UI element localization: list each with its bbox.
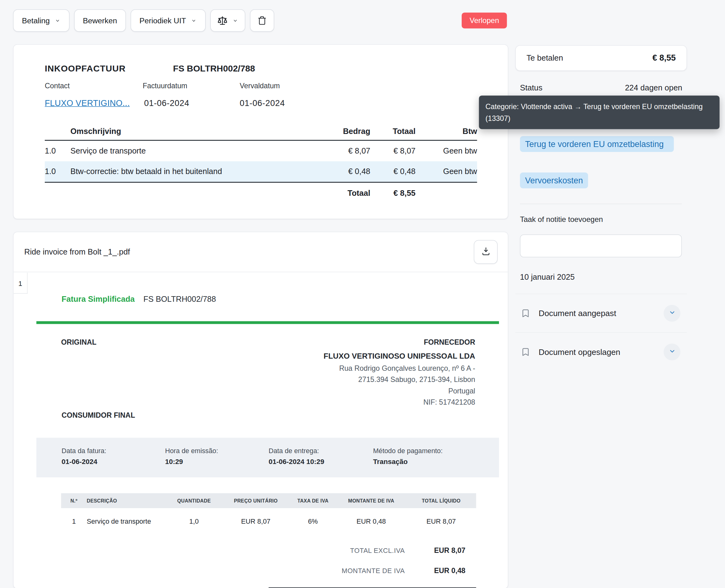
bewerken-button-label: Bewerken — [83, 16, 117, 25]
delete-button[interactable] — [250, 9, 274, 32]
col-bedrag: Bedrag — [317, 127, 371, 136]
invoice-date-value: 01-06-2024 — [144, 99, 190, 108]
pdf-page-number: 1 — [14, 273, 28, 294]
chevron-down-icon — [668, 348, 676, 356]
pdf-original-label: ORIGINAL — [61, 338, 97, 346]
download-icon — [481, 247, 490, 258]
page: Betaling Bewerken Periodiek UIT — [0, 0, 725, 588]
pdf-preview-card: Ride invoice from Bolt _1_.pdf 1 Fatura … — [13, 232, 508, 588]
pdf-header: Ride invoice from Bolt _1_.pdf — [14, 232, 508, 272]
chevron-down-icon — [191, 18, 197, 23]
event-row: Document aangepast — [515, 294, 687, 333]
pdf-meta-band: Data da fatura: 01-06-2024 Hora de emiss… — [36, 438, 499, 478]
pdf-supplier-name: FLUXO VERTIGINOSO UNIPESSOAL LDA — [324, 352, 475, 360]
bookmark-icon — [521, 348, 531, 357]
balance-scale-button[interactable] — [210, 9, 245, 32]
bewerken-button[interactable]: Bewerken — [74, 9, 126, 32]
pdf-lines-table: N.º DESCRIÇÃO QUANTIDADE PREÇO UNITÁRIO … — [61, 493, 476, 534]
bookmark-icon — [521, 309, 531, 318]
pdf-meta-item: Data da fatura: 01-06-2024 — [62, 447, 106, 465]
te-betalen-card: Te betalen € 8,55 — [515, 45, 687, 71]
pdf-filename: Ride invoice from Bolt _1_.pdf — [24, 247, 130, 257]
due-date-value: 01-06-2024 — [240, 99, 285, 108]
sidebar-divider — [520, 204, 682, 205]
pdf-total-row: MONTANTE DE IVA EUR 0,48 — [247, 564, 466, 578]
event-row: Document opgeslagen — [515, 333, 687, 371]
pdf-supplier-address3: Portugal — [324, 385, 475, 397]
event-label: Document aangepast — [539, 308, 617, 318]
invoice-summary-card: INKOOPFACTUUR FS BOLTRH002/788 Contact F… — [13, 44, 508, 219]
betaling-button-label: Betaling — [22, 16, 50, 25]
periodiek-button[interactable]: Periodiek UIT — [130, 9, 206, 32]
col-omschrijving: Omschrijving — [70, 127, 317, 136]
pdf-supplier-address2: 2715.394 Sabugo, 2715-394, Lisbon — [324, 374, 475, 385]
pdf-total-row: TOTAL EXCL.IVA EUR 8,07 — [247, 544, 466, 558]
col-btw: Btw — [416, 127, 477, 136]
pdf-supplier-address1: Rua Rodrigo Gonçalves Lourenço, nº 6 A - — [324, 363, 475, 374]
event-label: Document opgeslagen — [539, 347, 621, 357]
history-date-heading: 10 januari 2025 — [520, 273, 575, 282]
expand-event-button[interactable] — [664, 344, 681, 360]
te-betalen-label: Te betalen — [527, 54, 563, 63]
pdf-table-header: N.º DESCRIÇÃO QUANTIDADE PREÇO UNITÁRIO … — [61, 493, 476, 508]
history-events: Document aangepast Document opgeslagen — [515, 294, 687, 371]
note-label: Taak of notitie toevoegen — [520, 215, 603, 224]
invoice-total-row: Totaal € 8,55 — [45, 183, 477, 204]
pdf-doc-title-text: Fatura Simplificada — [62, 295, 134, 303]
invoice-table-header: Omschrijving Bedrag Totaal Btw — [45, 123, 477, 141]
table-row-highlighted: 1.0 Btw-correctie: btw betaald in het bu… — [45, 161, 477, 183]
pdf-table-row: 1 Serviço de transporte 1,0 EUR 8,07 6% … — [61, 508, 476, 534]
expand-event-button[interactable] — [664, 305, 681, 322]
toolbar: Betaling Bewerken Periodiek UIT — [13, 9, 274, 32]
pdf-meta-item: Hora de emissão: 10:29 — [165, 447, 218, 465]
pdf-meta-item: Data de entrega: 01-06-2024 10:29 — [269, 447, 324, 465]
download-button[interactable] — [474, 240, 498, 264]
total-label: Totaal — [317, 189, 371, 198]
chevron-down-icon — [232, 18, 239, 23]
status-value: 224 dagen open — [625, 84, 682, 93]
te-betalen-value: € 8,55 — [652, 53, 676, 63]
table-row: 1.0 Serviço de transporte € 8,07 € 8,07 … — [45, 141, 477, 161]
due-date-label: Vervaldatum — [240, 82, 280, 90]
category-tag[interactable]: Vervoerskosten — [520, 172, 588, 188]
pdf-doc-number: FS BOLTRH002/788 — [143, 295, 216, 303]
periodiek-button-label: Periodiek UIT — [140, 16, 186, 25]
pdf-meta-item: Método de pagamento: Transação — [373, 447, 443, 465]
note-input[interactable] — [520, 235, 682, 258]
contact-label: Contact — [45, 82, 70, 90]
invoice-number: FS BOLTRH002/788 — [173, 63, 255, 74]
category-tooltip: Categorie: Vlottende activa → Terug te v… — [479, 96, 720, 129]
pdf-supplier-nif: NIF: 517421208 — [324, 397, 475, 408]
chevron-down-icon — [55, 18, 61, 23]
pdf-consumer-label: CONSUMIDOR FINAL — [62, 411, 135, 420]
status-badge-verlopen: Verlopen — [462, 13, 507, 28]
chevron-down-icon — [668, 309, 676, 318]
pdf-supplier-block: FLUXO VERTIGINOSO UNIPESSOAL LDA Rua Rod… — [324, 352, 475, 408]
pdf-fornecedor-label: FORNECEDOR — [424, 338, 475, 346]
status-row: Status 224 dagen open — [520, 84, 682, 93]
invoice-lines-table: Omschrijving Bedrag Totaal Btw 1.0 Servi… — [45, 123, 477, 204]
betaling-button[interactable]: Betaling — [13, 9, 69, 32]
total-value: € 8,55 — [370, 189, 416, 198]
col-totaal: Totaal — [370, 127, 416, 136]
invoice-type-label: INKOOPFACTUUR — [45, 63, 126, 74]
category-tag[interactable]: Terug te vorderen EU omzetbelasting — [520, 136, 674, 152]
pdf-green-rule — [36, 321, 499, 324]
trash-icon — [257, 16, 267, 25]
pdf-doc-title: Fatura Simplificada FS BOLTRH002/788 — [62, 295, 216, 304]
status-label: Status — [520, 84, 542, 93]
contact-link[interactable]: FLUXO VERTIGINO... — [45, 99, 130, 108]
invoice-date-label: Factuurdatum — [143, 82, 187, 90]
balance-scale-icon — [217, 16, 228, 26]
